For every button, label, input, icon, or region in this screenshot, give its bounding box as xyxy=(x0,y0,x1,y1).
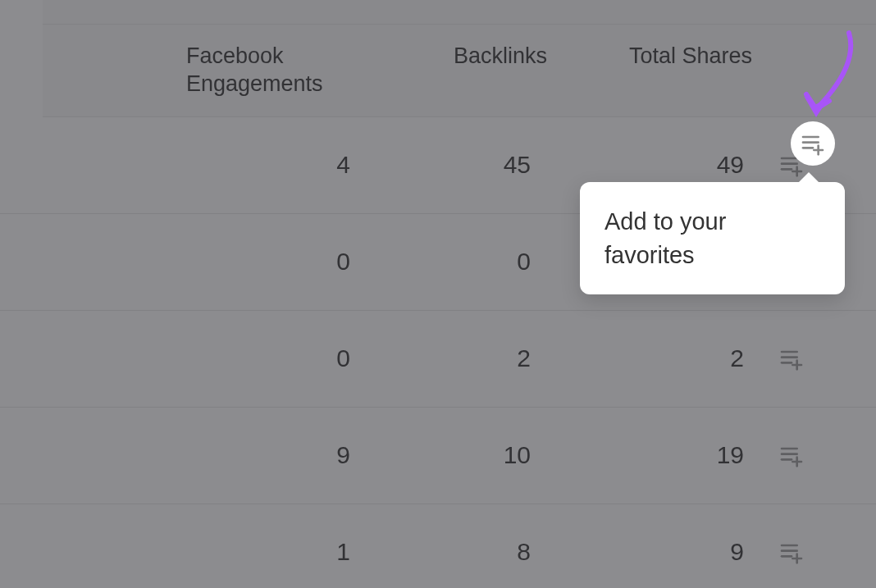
cell-backlinks: 2 xyxy=(375,344,547,372)
highlight-circle[interactable] xyxy=(791,121,835,166)
cell-shares: 2 xyxy=(563,344,752,372)
cell-shares: 19 xyxy=(563,441,752,469)
table-row: 9 10 19 xyxy=(0,408,876,504)
table-row: 0 2 2 xyxy=(0,311,876,408)
playlist-add-icon xyxy=(800,130,826,157)
playlist-add-icon xyxy=(778,539,805,565)
data-table: Facebook Engagements Backlinks Total Sha… xyxy=(0,25,876,588)
cell-backlinks: 10 xyxy=(375,441,547,469)
col-header-backlinks[interactable]: Backlinks xyxy=(454,43,547,68)
add-favorite-button[interactable] xyxy=(775,342,808,375)
cell-backlinks: 8 xyxy=(375,538,547,566)
table-header-row: Facebook Engagements Backlinks Total Sha… xyxy=(43,25,876,117)
cell-fb: 1 xyxy=(186,538,375,566)
cell-fb: 0 xyxy=(186,248,375,276)
cell-backlinks: 0 xyxy=(375,248,547,276)
playlist-add-icon xyxy=(778,442,805,468)
add-favorite-button[interactable] xyxy=(775,439,808,472)
cell-fb: 9 xyxy=(186,441,375,469)
cell-shares: 49 xyxy=(563,151,752,179)
cell-fb: 4 xyxy=(186,151,375,179)
cell-fb: 0 xyxy=(186,344,375,372)
playlist-add-icon xyxy=(778,345,805,371)
add-favorite-button[interactable] xyxy=(775,536,808,568)
tooltip: Add to your favorites xyxy=(580,182,845,294)
header-spacer xyxy=(43,0,876,25)
tooltip-text: Add to your favorites xyxy=(605,208,726,268)
cell-shares: 9 xyxy=(563,538,752,566)
cell-backlinks: 45 xyxy=(375,151,547,179)
table-row: 1 8 9 xyxy=(0,504,876,589)
col-header-shares[interactable]: Total Shares xyxy=(629,43,752,68)
col-header-facebook[interactable]: Facebook Engagements xyxy=(186,43,323,96)
